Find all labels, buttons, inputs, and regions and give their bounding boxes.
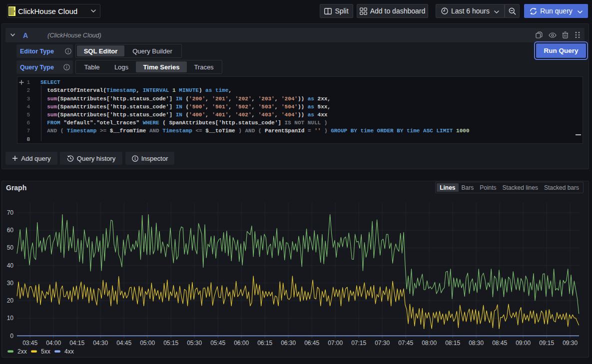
- svg-text:05:00: 05:00: [140, 340, 155, 347]
- svg-text:07:45: 07:45: [398, 340, 413, 347]
- svg-text:70: 70: [7, 209, 14, 216]
- svg-text:05:45: 05:45: [210, 340, 225, 347]
- svg-text:50: 50: [7, 244, 14, 251]
- svg-text:06:45: 06:45: [304, 340, 319, 347]
- svg-text:08:15: 08:15: [445, 340, 460, 347]
- svg-text:30: 30: [7, 280, 14, 287]
- svg-text:06:30: 06:30: [281, 340, 296, 347]
- svg-text:10: 10: [7, 315, 14, 322]
- svg-text:60: 60: [7, 227, 14, 234]
- svg-text:08:45: 08:45: [492, 340, 507, 347]
- svg-text:06:00: 06:00: [234, 340, 249, 347]
- svg-text:09:00: 09:00: [516, 340, 531, 347]
- svg-text:20: 20: [7, 297, 14, 304]
- svg-text:5xx: 5xx: [41, 348, 50, 355]
- svg-text:09:15: 09:15: [539, 340, 554, 347]
- svg-text:04:30: 04:30: [93, 340, 108, 347]
- svg-text:40: 40: [7, 262, 14, 269]
- svg-text:0: 0: [10, 333, 13, 340]
- svg-text:08:00: 08:00: [422, 340, 437, 347]
- svg-text:08:30: 08:30: [469, 340, 484, 347]
- svg-text:06:15: 06:15: [257, 340, 272, 347]
- svg-text:04:00: 04:00: [46, 340, 61, 347]
- svg-text:2xx: 2xx: [17, 348, 27, 355]
- svg-text:09:30: 09:30: [563, 340, 578, 347]
- svg-text:04:45: 04:45: [116, 340, 131, 347]
- svg-text:07:15: 07:15: [351, 340, 366, 347]
- svg-text:07:00: 07:00: [328, 340, 343, 347]
- svg-text:4xx: 4xx: [64, 348, 74, 355]
- svg-text:03:45: 03:45: [22, 340, 37, 347]
- svg-text:05:15: 05:15: [163, 340, 178, 347]
- svg-text:04:15: 04:15: [69, 340, 84, 347]
- svg-text:05:30: 05:30: [187, 340, 202, 347]
- svg-text:07:30: 07:30: [375, 340, 390, 347]
